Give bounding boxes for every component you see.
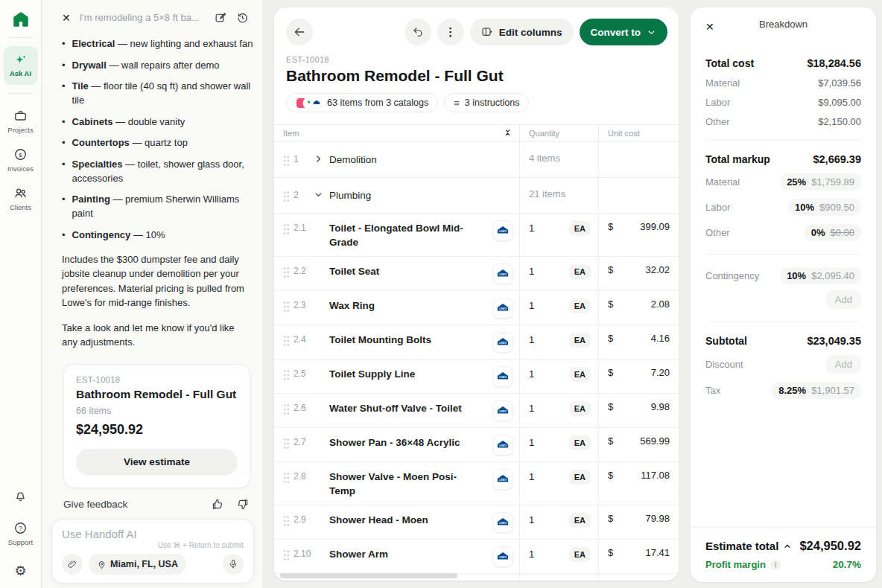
chat-input-placeholder[interactable]: Use Handoff AI xyxy=(62,528,244,540)
history-icon[interactable] xyxy=(236,11,249,24)
edit-columns-button[interactable]: Edit columns xyxy=(470,19,574,45)
table-row[interactable]: 2.4 Toilet Mounting Bolts LOWE'S 1 EA $ … xyxy=(274,325,679,359)
unit-cost-value[interactable]: 17.41 xyxy=(645,547,670,558)
unit-badge[interactable]: EA xyxy=(569,264,591,279)
item-name[interactable]: Toilet Seat xyxy=(329,264,379,278)
unit-cost-value[interactable]: 9.98 xyxy=(651,401,670,412)
unit-cost-value[interactable]: 399.09 xyxy=(640,221,670,232)
unit-badge[interactable]: EA xyxy=(569,221,591,236)
item-name[interactable]: Shower Valve - Moen Posi-Temp xyxy=(329,470,468,498)
item-name[interactable]: Toilet Mounting Bolts xyxy=(329,333,431,347)
lowes-supplier-badge[interactable]: LOWE'S xyxy=(493,435,513,455)
estimate-total-toggle[interactable]: Estimate total xyxy=(705,540,792,552)
item-name[interactable]: Wax Ring xyxy=(329,298,375,313)
sidebar-item-invoices[interactable]: $ Invoices xyxy=(7,147,34,173)
table-row[interactable]: 2.7 Shower Pan - 36×48 Acrylic LOWE'S 1 … xyxy=(274,428,679,462)
table-row[interactable]: 2.10 Shower Arm LOWE'S 1 EA $ 17.41 xyxy=(274,540,679,574)
undo-button[interactable] xyxy=(404,19,431,45)
drag-handle-icon[interactable] xyxy=(283,472,294,484)
markup-pill[interactable]: 0%$0.00 xyxy=(805,224,861,241)
quantity-value[interactable]: 1 xyxy=(529,514,534,525)
item-name[interactable]: Shower Arm xyxy=(329,547,388,561)
location-chip[interactable]: Miami, FL, USA xyxy=(89,554,186,575)
thumbs-down-icon[interactable] xyxy=(236,498,249,511)
item-name[interactable]: Toilet - Elongated Bowl Mid-Grade xyxy=(329,221,468,249)
sidebar-item-projects[interactable]: Projects xyxy=(7,109,33,134)
quantity-value[interactable]: 1 xyxy=(529,266,534,277)
item-name[interactable]: Demolition xyxy=(329,153,377,167)
lowes-supplier-badge[interactable]: LOWE'S xyxy=(493,298,513,318)
quantity-value[interactable]: 1 xyxy=(529,334,534,345)
unit-cost-value[interactable]: 7.20 xyxy=(651,367,670,378)
chat-input-box[interactable]: Use Handoff AI Use ⌘ + Return to submit … xyxy=(51,519,254,584)
notifications-bell-icon[interactable] xyxy=(13,489,28,503)
column-header-item[interactable]: Item xyxy=(274,125,519,141)
unit-badge[interactable]: EA xyxy=(569,298,591,313)
unit-badge[interactable]: EA xyxy=(569,435,591,450)
instructions-badge[interactable]: ≡ 3 instructions xyxy=(444,93,529,112)
unit-cost-value[interactable]: 32.02 xyxy=(645,264,670,275)
column-header-quantity[interactable]: Quantity xyxy=(519,125,598,141)
item-name[interactable]: Water Shut-off Valve - Toilet xyxy=(329,401,462,415)
lowes-supplier-badge[interactable]: LOWE'S xyxy=(493,333,513,352)
info-icon[interactable]: i xyxy=(770,560,781,570)
table-row[interactable]: 2.9 Shower Head - Moen LOWE'S 1 EA $ 79.… xyxy=(274,505,679,540)
lowes-supplier-badge[interactable]: LOWE'S xyxy=(493,264,513,284)
drag-handle-icon[interactable] xyxy=(283,155,294,167)
drag-handle-icon[interactable] xyxy=(283,223,294,235)
drag-handle-icon[interactable] xyxy=(283,438,294,450)
unit-cost-value[interactable]: 4.16 xyxy=(651,333,670,344)
item-name[interactable]: Shower Head - Moen xyxy=(329,513,428,527)
unit-cost-value[interactable]: 569.99 xyxy=(640,435,670,447)
quantity-value[interactable]: 1 xyxy=(529,471,534,482)
lowes-supplier-badge[interactable]: LOWE'S xyxy=(493,547,513,566)
contingency-pill[interactable]: 10% $2,095.40 xyxy=(780,267,861,284)
sidebar-item-support[interactable]: ? Support xyxy=(8,521,33,546)
compose-icon[interactable] xyxy=(215,11,227,24)
group-chevron-icon[interactable] xyxy=(314,154,329,164)
thumbs-up-icon[interactable] xyxy=(212,498,224,511)
group-chevron-icon[interactable] xyxy=(314,190,329,199)
tax-pill[interactable]: 8.25% $1,901.57 xyxy=(772,382,861,399)
lowes-supplier-badge[interactable]: LOWE'S xyxy=(493,221,513,240)
chat-thread-title[interactable]: I'm remodeling a 5×8 ft ba... xyxy=(80,12,206,23)
table-row[interactable]: 2.1 Toilet - Elongated Bowl Mid-Grade LO… xyxy=(274,214,679,257)
table-row[interactable]: 2.5 Toilet Supply Line LOWE'S 1 EA $ 7.2… xyxy=(274,359,679,394)
quantity-value[interactable]: 1 xyxy=(529,368,534,380)
table-row[interactable]: 2.6 Water Shut-off Valve - Toilet LOWE'S… xyxy=(274,394,679,428)
table-row[interactable]: 2.2 Toilet Seat LOWE'S 1 EA $ 32.02 xyxy=(274,257,679,291)
back-button[interactable] xyxy=(286,19,313,45)
gear-icon[interactable]: ⚙ xyxy=(14,564,26,578)
view-estimate-button[interactable]: View estimate xyxy=(76,449,238,476)
lowes-supplier-badge[interactable]: LOWE'S xyxy=(493,367,513,386)
table-row[interactable]: 2.8 Shower Valve - Moen Posi-Temp LOWE'S… xyxy=(274,462,679,505)
drag-handle-icon[interactable] xyxy=(283,335,294,347)
drag-handle-icon[interactable] xyxy=(283,266,294,278)
lowes-supplier-badge[interactable]: LOWE'S xyxy=(493,470,513,489)
drag-handle-icon[interactable] xyxy=(283,301,294,313)
table-row[interactable]: 1 Demolition 4 items xyxy=(274,142,679,178)
unit-badge[interactable]: EA xyxy=(569,470,591,485)
horizontal-scrollbar[interactable] xyxy=(280,573,457,578)
discount-add-button[interactable]: Add xyxy=(826,355,861,374)
quantity-value[interactable]: 1 xyxy=(529,300,534,311)
unit-cost-value[interactable]: 2.08 xyxy=(651,298,670,310)
estimate-summary-card[interactable]: EST-10018 Bathroom Remodel - Full Gut 66… xyxy=(63,364,250,488)
item-name[interactable]: Plumbing xyxy=(329,188,371,202)
quantity-value[interactable]: 1 xyxy=(529,403,534,414)
quantity-value[interactable]: 1 xyxy=(529,549,534,560)
unit-cost-value[interactable]: 117.08 xyxy=(641,470,670,481)
unit-badge[interactable]: EA xyxy=(569,401,591,416)
quantity-value[interactable]: 1 xyxy=(529,437,534,448)
item-name[interactable]: Shower Pan - 36×48 Acrylic xyxy=(329,435,460,450)
lowes-supplier-badge[interactable]: LOWE'S xyxy=(493,401,513,421)
more-options-button[interactable]: ⋮ xyxy=(437,19,464,45)
drag-handle-icon[interactable] xyxy=(283,515,294,527)
convert-to-button[interactable]: Convert to xyxy=(580,19,668,45)
collapse-rows-icon[interactable] xyxy=(503,129,513,138)
drag-handle-icon[interactable] xyxy=(283,369,294,381)
item-name[interactable]: Toilet Supply Line xyxy=(329,367,415,381)
sidebar-item-ask-ai[interactable]: Ask AI xyxy=(4,46,38,85)
markup-pill[interactable]: 10%$909.50 xyxy=(788,199,861,216)
table-row[interactable]: 2.3 Wax Ring LOWE'S 1 EA $ 2.08 xyxy=(274,291,679,325)
